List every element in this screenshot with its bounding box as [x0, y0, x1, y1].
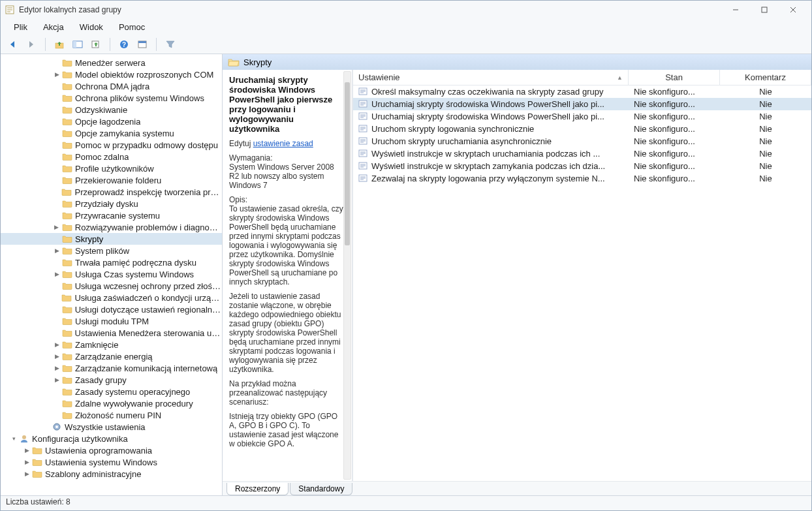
expand-arrow-icon[interactable]: ▶: [53, 365, 61, 371]
edit-prefix: Edytuj: [229, 139, 253, 148]
expand-arrow-icon[interactable]: ▶: [23, 471, 31, 477]
tree-node[interactable]: ▶Model obiektów rozproszonych COM: [1, 69, 222, 80]
tree-node[interactable]: Przeprowadź inspekcję tworzenia proces: [1, 186, 222, 198]
tree-node[interactable]: Pomoc w przypadku odmowy dostępu: [1, 139, 222, 151]
list-row[interactable]: Zezwalaj na skrypty logowania przy wyłąc…: [353, 172, 811, 185]
list-row[interactable]: Określ maksymalny czas oczekiwania na sk…: [353, 85, 811, 98]
list-row[interactable]: Uruchom skrypty logowania synchronicznie…: [353, 123, 811, 135]
close-button[interactable]: [779, 1, 807, 19]
tree-node[interactable]: ▶Zarządzanie komunikacją internetową: [1, 362, 222, 374]
tree-node[interactable]: Pomoc zdalna: [1, 151, 222, 163]
tree-node[interactable]: Opcje zamykania systemu: [1, 127, 222, 139]
tab-extended[interactable]: Rozszerzony: [226, 483, 289, 495]
tree-node[interactable]: ▶Ustawienia oprogramowania: [1, 444, 222, 456]
folder-icon: [62, 246, 72, 255]
tree-node[interactable]: Ustawienia Menedżera sterowania usług: [1, 327, 222, 339]
column-comment[interactable]: Komentarz: [720, 70, 811, 85]
filter-icon[interactable]: [163, 37, 178, 52]
show-hide-tree-icon[interactable]: [70, 37, 85, 52]
settings-list: Ustawienie ▲ Stan Komentarz Określ maksy…: [353, 70, 811, 481]
tree-node[interactable]: Ochrona DMA jądra: [1, 80, 222, 92]
menu-file[interactable]: Plik: [7, 21, 34, 33]
tree-label: Ustawienia Menedżera sterowania usług: [75, 328, 222, 338]
up-one-level-icon[interactable]: [52, 37, 67, 52]
tab-standard[interactable]: Standardowy: [290, 483, 352, 495]
tree-node[interactable]: Wszystkie ustawienia: [1, 421, 222, 433]
tree-node[interactable]: Usługa zaświadczeń o kondycji urządzeń: [1, 292, 222, 303]
tree-node[interactable]: Odzyskiwanie: [1, 104, 222, 116]
tree-node[interactable]: Zdalne wywoływanie procedury: [1, 397, 222, 409]
list-row[interactable]: Uruchamiaj skrypty środowiska Windows Po…: [353, 110, 811, 123]
tree-node[interactable]: Trwała pamięć podręczna dysku: [1, 256, 222, 268]
tree-node[interactable]: Opcje łagodzenia: [1, 116, 222, 127]
tree-label: Zarządzanie komunikacją internetową: [75, 364, 217, 373]
tree-node[interactable]: ▶System plików: [1, 245, 222, 256]
main-area: Menedżer serwera▶Model obiektów rozprosz…: [1, 54, 811, 496]
detail-scrollbar[interactable]: [343, 71, 351, 480]
tree-node[interactable]: Przekierowanie folderu: [1, 174, 222, 186]
svg-point-11: [55, 426, 58, 428]
expand-arrow-icon[interactable]: ▶: [53, 377, 61, 383]
expand-arrow-icon[interactable]: ▶: [53, 247, 61, 254]
minimize-button[interactable]: [721, 1, 750, 19]
menubar: Plik Akcja Widok Pomoc: [1, 19, 811, 35]
tree-node[interactable]: ▶Rozwiązywanie problemów i diagnostyk: [1, 221, 222, 233]
tree-node[interactable]: ▶Usługa Czas systemu Windows: [1, 268, 222, 280]
tree-node[interactable]: Przydziały dysku: [1, 198, 222, 209]
right-body: Uruchamiaj skrypty środowiska Windows Po…: [223, 70, 811, 481]
policy-icon: [358, 174, 369, 183]
edit-policy-link[interactable]: ustawienie zasad: [253, 139, 313, 148]
expand-arrow-icon[interactable]: ▶: [53, 353, 61, 360]
list-row[interactable]: Uruchamiaj skrypty środowiska Windows Po…: [353, 98, 811, 110]
tree-node[interactable]: Złożoność numeru PIN: [1, 409, 222, 421]
expand-arrow-icon[interactable]: ▶: [53, 271, 61, 277]
folder-icon: [62, 93, 72, 102]
tree-label: Usługa zaświadczeń o kondycji urządzeń: [74, 293, 222, 303]
cell-comment: Nie: [720, 112, 811, 121]
tree-node[interactable]: Usługa wczesnej ochrony przed złośliwy: [1, 280, 222, 292]
forward-button[interactable]: [24, 37, 39, 52]
tree-node[interactable]: Profile użytkowników: [1, 163, 222, 174]
list-row[interactable]: Wyświetl instrukcje w skryptach uruchami…: [353, 147, 811, 160]
column-state[interactable]: Stan: [629, 70, 720, 85]
expand-arrow-icon[interactable]: ▶: [23, 459, 31, 465]
tree-node[interactable]: ▾Konfiguracja użytkownika: [1, 433, 222, 444]
expand-arrow-icon[interactable]: ▶: [53, 341, 61, 348]
expand-arrow-icon[interactable]: ▾: [10, 435, 18, 442]
tree-node[interactable]: ▶Zasady grupy: [1, 374, 222, 386]
menu-help[interactable]: Pomoc: [112, 21, 151, 33]
list-row[interactable]: Wyświetl instrukcje w skryptach zamykani…: [353, 160, 811, 172]
folder-icon: [62, 176, 72, 185]
tree-node[interactable]: Skrypty: [1, 233, 222, 245]
tree-label: Zdalne wywoływanie procedury: [75, 399, 193, 409]
expand-arrow-icon[interactable]: ▶: [53, 71, 61, 78]
tree-scroll[interactable]: Menedżer serwera▶Model obiektów rozprosz…: [1, 54, 222, 495]
cell-state: Nie skonfiguro...: [629, 136, 720, 146]
list-header: Ustawienie ▲ Stan Komentarz: [353, 70, 811, 85]
back-button[interactable]: [6, 37, 20, 52]
tree-node[interactable]: Menedżer serwera: [1, 57, 222, 69]
tree-node[interactable]: ▶Szablony administracyjne: [1, 468, 222, 480]
export-list-icon[interactable]: [89, 37, 103, 52]
tree-node[interactable]: Zasady systemu operacyjnego: [1, 386, 222, 397]
help-icon[interactable]: ?: [117, 37, 131, 52]
tree-node[interactable]: Przywracanie systemu: [1, 209, 222, 221]
tree-label: Ochrona DMA jądra: [75, 82, 149, 91]
tree-node[interactable]: ▶Zamknięcie: [1, 339, 222, 350]
folder-icon: [62, 117, 72, 126]
tree-node[interactable]: ▶Zarządzanie energią: [1, 350, 222, 362]
folder-open-icon: [228, 57, 240, 67]
tree-node[interactable]: Usługi modułu TPM: [1, 315, 222, 327]
menu-view[interactable]: Widok: [73, 21, 110, 33]
column-setting[interactable]: Ustawienie ▲: [353, 70, 629, 85]
tree-node[interactable]: ▶Ustawienia systemu Windows: [1, 456, 222, 468]
list-row[interactable]: Uruchom skrypty uruchamiania asynchronic…: [353, 135, 811, 147]
menu-action[interactable]: Akcja: [37, 21, 70, 33]
expand-arrow-icon[interactable]: ▶: [23, 447, 31, 454]
properties-icon[interactable]: [135, 37, 149, 52]
list-body[interactable]: Określ maksymalny czas oczekiwania na sk…: [353, 85, 811, 481]
tree-node[interactable]: Ochrona plików systemu Windows: [1, 92, 222, 104]
expand-arrow-icon[interactable]: ▶: [53, 224, 61, 230]
maximize-button[interactable]: [750, 1, 779, 19]
tree-node[interactable]: Usługi dotyczące ustawień regionalnych: [1, 303, 222, 315]
